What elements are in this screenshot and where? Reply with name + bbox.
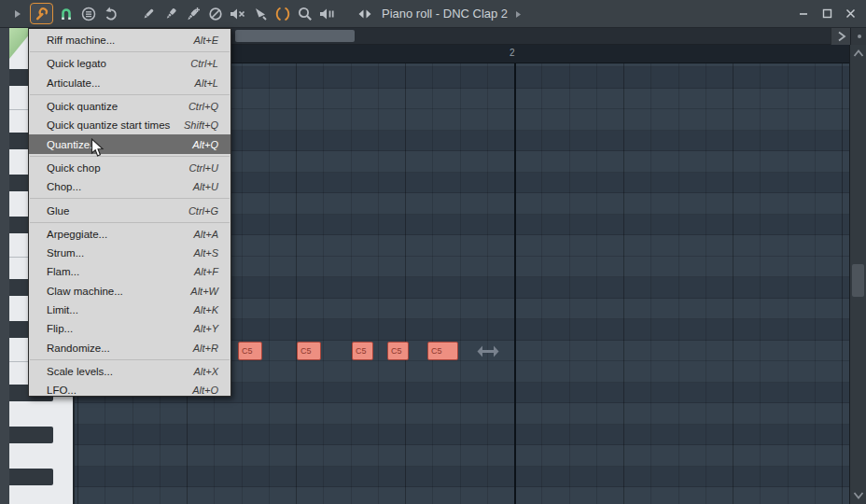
expand-caret-icon[interactable] [7, 4, 27, 24]
menu-item-limit[interactable]: Limit...Alt+K [29, 301, 230, 319]
menu-item-shortcut: Ctrl+Q [189, 101, 218, 112]
scroll-down-button[interactable] [850, 487, 866, 504]
scroll-next-button[interactable] [831, 28, 851, 45]
panel-menu-button[interactable] [850, 28, 866, 45]
menu-item-quick-legato[interactable]: Quick legatoCtrl+L [29, 54, 230, 73]
grid-line [269, 63, 270, 504]
black-key[interactable] [9, 469, 53, 485]
menu-item-label: Quick quantize start times [47, 119, 170, 131]
midi-note[interactable]: C5 [352, 342, 373, 360]
tools-wrench-button[interactable] [30, 3, 53, 24]
menu-item-randomize[interactable]: Randomize...Alt+R [29, 338, 230, 357]
slip-tool-button[interactable] [250, 4, 270, 24]
grid-line [760, 63, 761, 504]
menu-item-label: Riff machine... [47, 35, 115, 46]
menu-item-glue[interactable]: GlueCtrl+G [29, 201, 230, 219]
delete-slash-button[interactable] [205, 4, 225, 24]
menu-item-shortcut: Alt+Q [192, 139, 218, 150]
scroll-up-button[interactable] [850, 45, 866, 62]
menu-item-label: Strum... [47, 247, 84, 259]
grid-line [842, 63, 843, 504]
vertical-scrollbar[interactable] [849, 45, 866, 504]
menu-item-shortcut: Alt+S [193, 247, 218, 259]
playback-tool-button[interactable] [317, 4, 337, 24]
brush-icon [162, 6, 179, 22]
menu-item-label: Glue [47, 205, 69, 217]
grid-line [788, 63, 789, 504]
menu-item-shortcut: Ctrl+U [189, 162, 218, 174]
bar-number-label: 2 [510, 48, 515, 58]
menu-item-quantize[interactable]: Quantize...Alt+Q [29, 134, 230, 153]
pencil-icon [140, 6, 157, 22]
grid-line [351, 63, 352, 504]
tools-menu: Riff machine...Alt+EQuick legatoCtrl+LAr… [28, 28, 231, 397]
menu-item-claw-machine[interactable]: Claw machine...Alt+W [29, 282, 230, 301]
speaker-pause-icon [318, 6, 336, 22]
undo-button[interactable] [101, 4, 120, 24]
bar-line [514, 63, 516, 504]
menu-item-quick-quantize-start-times[interactable]: Quick quantize start timesShift+Q [29, 116, 230, 134]
menu-item-quick-quantize[interactable]: Quick quantizeCtrl+Q [29, 97, 230, 116]
minimize-button[interactable] [797, 7, 810, 21]
grid-line [541, 63, 542, 504]
close-button[interactable] [844, 7, 857, 21]
list-icon [80, 6, 97, 22]
grid-line [487, 63, 488, 504]
horizontal-scrollbar-thumb[interactable] [235, 30, 355, 42]
menu-item-label: Flip... [47, 323, 73, 334]
menu-item-label: Randomize... [47, 343, 110, 354]
slip-icon [252, 6, 269, 22]
midi-note[interactable]: C5 [238, 342, 262, 360]
grid-line [815, 63, 816, 504]
midi-note[interactable]: C5 [427, 342, 458, 360]
paint-brush-add-button[interactable] [183, 4, 203, 24]
menu-item-articulate[interactable]: Articulate...Alt+L [29, 74, 230, 92]
midi-note[interactable]: C5 [297, 342, 321, 360]
vertical-scrollbar-thumb[interactable] [852, 264, 864, 297]
menu-item-shortcut: Ctrl+L [190, 58, 218, 69]
menu-item-chop[interactable]: Chop...Alt+U [29, 177, 230, 196]
grid-line [432, 63, 433, 504]
menu-item-label: Quick legato [47, 58, 106, 69]
black-key[interactable] [9, 427, 53, 443]
select-tool-button[interactable] [272, 4, 292, 24]
menu-item-shortcut: Alt+K [193, 304, 218, 315]
menu-item-strum[interactable]: Strum...Alt+S [29, 244, 230, 262]
menu-separator [30, 359, 230, 360]
window-title: Piano roll - DNC Clap 2 [382, 7, 508, 21]
fl-studio-piano-roll-window: Piano roll - DNC Clap 2 2 [0, 0, 866, 504]
menu-item-label: Quick quantize [47, 101, 118, 112]
title-caret-icon[interactable] [515, 6, 522, 22]
mute-tool-button[interactable] [228, 4, 247, 24]
paint-brush-button[interactable] [161, 4, 180, 24]
menu-list-button[interactable] [78, 4, 98, 24]
grid-line [242, 63, 243, 504]
draw-pencil-button[interactable] [138, 4, 158, 24]
select-brackets-icon [274, 6, 291, 22]
menu-item-label: Scale levels... [47, 366, 113, 377]
menu-item-flip[interactable]: Flip...Alt+Y [29, 319, 230, 338]
maximize-button[interactable] [820, 7, 833, 21]
dot-icon [858, 35, 861, 38]
menu-item-shortcut: Alt+W [190, 286, 218, 297]
menu-item-scale-levels[interactable]: Scale levels...Alt+X [29, 362, 230, 381]
grid-line [569, 63, 570, 504]
menu-item-quick-chop[interactable]: Quick chopCtrl+U [29, 159, 230, 177]
horizontal-resize-cursor-icon [477, 344, 499, 358]
menu-item-flam[interactable]: Flam...Alt+F [29, 262, 230, 281]
snap-magnet-button[interactable] [56, 4, 76, 24]
menu-item-arpeggiate[interactable]: Arpeggiate...Alt+A [29, 225, 230, 244]
menu-item-lfo[interactable]: LFO...Alt+O [29, 381, 230, 399]
menu-separator [30, 198, 230, 199]
undo-arrow-icon [103, 6, 119, 22]
menu-item-label: Limit... [47, 304, 78, 315]
menu-separator [30, 222, 230, 223]
zoom-tool-button[interactable] [295, 4, 314, 24]
grid-line [596, 63, 597, 504]
grid-line [296, 63, 297, 504]
menu-item-riff-machine[interactable]: Riff machine...Alt+E [29, 31, 230, 49]
link-arrows-icon[interactable] [355, 4, 374, 24]
menu-item-label: LFO... [47, 385, 77, 396]
midi-note[interactable]: C5 [387, 342, 409, 360]
grid-line [705, 63, 706, 504]
